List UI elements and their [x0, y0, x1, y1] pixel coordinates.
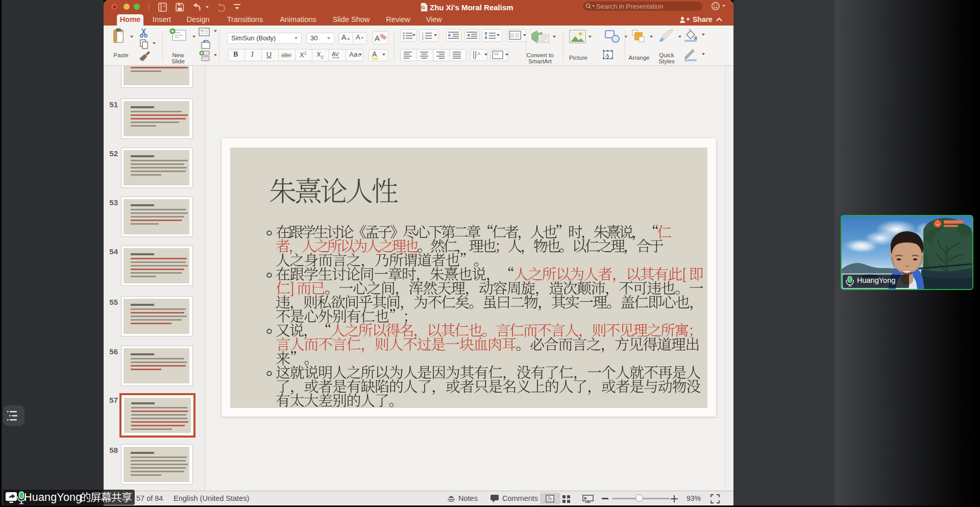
svg-text:P: P [422, 6, 425, 10]
svg-text:A: A [605, 52, 609, 58]
svg-text:AV: AV [332, 51, 339, 57]
svg-text:A: A [477, 51, 480, 56]
svg-text:A: A [375, 34, 380, 42]
svg-text:3: 3 [422, 37, 424, 40]
